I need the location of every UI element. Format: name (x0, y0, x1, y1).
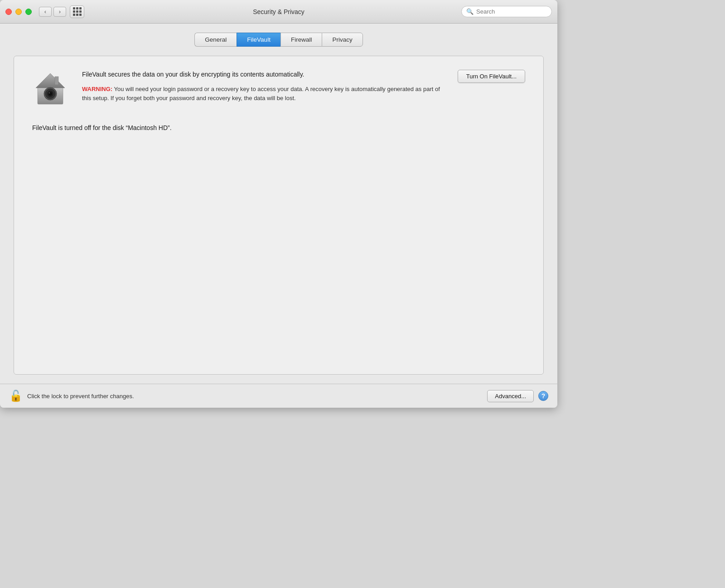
tab-filevault[interactable]: FileVault (237, 33, 280, 47)
bottom-bar: 🔓 Click the lock to prevent further chan… (0, 384, 557, 408)
warning-label: WARNING: (82, 86, 112, 92)
grid-view-button[interactable] (70, 5, 84, 18)
close-button[interactable] (5, 9, 12, 15)
tab-general[interactable]: General (194, 33, 237, 47)
tab-firewall[interactable]: Firewall (280, 33, 322, 47)
tab-privacy[interactable]: Privacy (322, 33, 362, 47)
search-input[interactable] (476, 8, 547, 15)
warning-body: You will need your login password or a r… (82, 86, 440, 101)
search-bar[interactable]: 🔍 (461, 6, 552, 17)
tab-bar: General FileVault Firewall Privacy (14, 33, 544, 47)
warning-text: WARNING: You will need your login passwo… (82, 85, 444, 102)
window-title: Security & Privacy (253, 8, 304, 15)
titlebar: ‹ › Security & Privacy 🔍 (0, 0, 557, 24)
content-area: General FileVault Firewall Privacy (0, 24, 557, 384)
bottom-right: Advanced... ? (487, 390, 548, 402)
svg-marker-1 (36, 73, 65, 88)
help-button[interactable]: ? (538, 391, 548, 401)
advanced-button[interactable]: Advanced... (487, 390, 534, 402)
maximize-button[interactable] (25, 9, 32, 15)
svg-point-7 (49, 92, 50, 94)
panel-description: FileVault secures the data on your disk … (82, 70, 444, 102)
filevault-icon (32, 70, 68, 106)
description-text: FileVault secures the data on your disk … (82, 70, 444, 79)
search-icon: 🔍 (466, 8, 474, 15)
back-button[interactable]: ‹ (39, 7, 52, 17)
traffic-lights (5, 9, 32, 15)
grid-icon (73, 7, 82, 16)
forward-button[interactable]: › (53, 7, 66, 17)
filevault-status-text: FileVault is turned off for the disk “Ma… (32, 124, 525, 131)
minimize-button[interactable] (15, 9, 22, 15)
svg-rect-2 (55, 77, 58, 85)
filevault-panel: FileVault secures the data on your disk … (14, 56, 544, 375)
turn-on-filevault-button[interactable]: Turn On FileVault... (458, 70, 525, 83)
lock-text: Click the lock to prevent further change… (27, 393, 134, 400)
lock-icon[interactable]: 🔓 (9, 390, 23, 402)
panel-top: FileVault secures the data on your disk … (32, 70, 525, 106)
nav-buttons: ‹ › (39, 7, 66, 17)
